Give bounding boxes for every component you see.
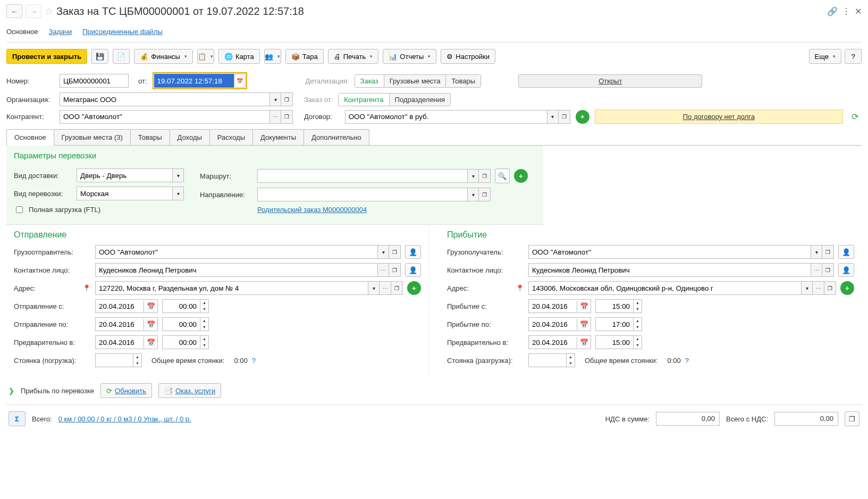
spin-up-icon[interactable]: ▲ [634,336,642,342]
people-button[interactable]: 👥 [264,49,281,64]
arr-address-field[interactable] [528,281,801,295]
spin-down-icon[interactable]: ▼ [200,324,208,331]
spin-up-icon[interactable]: ▲ [200,300,208,306]
dep-contact-open-icon[interactable]: ❐ [389,263,401,277]
receiver-open-icon[interactable]: ❐ [822,245,834,259]
receiver-dd-icon[interactable]: ▾ [811,245,822,259]
org-field[interactable] [60,92,269,106]
dep-address-select-icon[interactable]: ⋯ [380,281,391,295]
dep-park-input[interactable] [96,354,133,367]
spin-up-icon[interactable]: ▲ [634,318,642,324]
dep-contact-field[interactable] [95,263,377,277]
forward-button[interactable]: → [26,4,41,18]
number-field[interactable] [60,74,129,88]
expand-icon[interactable]: ❯ [9,387,14,395]
mtab-expense[interactable]: Расходы [209,129,253,145]
receiver-field[interactable] [528,245,811,259]
spin-down-icon[interactable]: ▼ [133,360,141,367]
dep-address-add-button[interactable]: + [407,281,421,295]
back-button[interactable]: ← [6,4,22,18]
contract-field[interactable] [345,110,547,124]
calendar-icon[interactable]: 📅 [577,319,591,330]
reports-button[interactable]: 📊Отчеты [383,49,436,64]
refresh-debt-icon[interactable]: ⟳ [848,112,862,122]
direction-dd-icon[interactable]: ▾ [467,188,479,201]
sender-person-button[interactable]: 👤 [405,245,421,259]
calendar-icon[interactable]: 📅 [577,301,591,312]
more-button[interactable]: Еще [809,49,841,64]
direction-field[interactable] [257,188,467,201]
receiver-person-button[interactable]: 👤 [838,245,854,259]
favorite-icon[interactable]: ☆ [45,5,53,17]
sender-field[interactable] [95,245,377,259]
dep-to-time-input[interactable] [163,318,200,331]
sender-open-icon[interactable]: ❐ [389,245,401,259]
spin-down-icon[interactable]: ▼ [634,342,642,349]
spin-down-icon[interactable]: ▼ [567,360,575,367]
refresh-button[interactable]: ⟳Обновить [100,383,152,398]
calendar-icon[interactable]: 📅 [144,319,157,330]
map-button[interactable]: 🌐Карта [218,49,260,64]
dep-address-dd-icon[interactable]: ▾ [368,281,380,295]
arr-prelim-time-input[interactable] [596,336,633,349]
print-button[interactable]: 🖨Печать [328,49,379,64]
help-icon[interactable]: ? [685,357,689,365]
tab-tasks[interactable]: Задачи [49,28,72,36]
date-field[interactable] [154,74,234,88]
parent-order-link[interactable]: Родительский заказ М0000000004 [257,206,367,214]
services-button[interactable]: 📑Оказ. услуги [158,383,221,398]
arr-contact-person-button[interactable]: 👤 [838,263,854,277]
dep-prelim-date-input[interactable] [96,336,144,349]
sender-dd-icon[interactable]: ▾ [377,245,389,259]
transport-type-dd-icon[interactable]: ▾ [172,187,184,200]
spin-down-icon[interactable]: ▼ [634,324,642,331]
calendar-icon[interactable]: 📅 [234,74,246,88]
help-icon[interactable]: ? [252,357,256,365]
route-open-icon[interactable]: ❐ [479,169,491,183]
expand-totals-button[interactable]: ❐ [845,411,859,426]
dep-contact-person-button[interactable]: 👤 [405,263,421,277]
detail-goods[interactable]: Товары [446,75,481,87]
dep-from-date-input[interactable] [96,300,144,312]
delivery-type-dd-icon[interactable]: ▾ [172,168,184,182]
dep-address-field[interactable] [95,281,368,295]
org-dropdown-icon[interactable]: ▾ [269,92,281,106]
spin-down-icon[interactable]: ▼ [634,306,642,312]
calendar-icon[interactable]: 📅 [577,337,591,348]
spin-up-icon[interactable]: ▲ [200,318,208,324]
transport-type-field[interactable] [77,187,172,200]
total-link[interactable]: 0 км / 00:00 / 0 кг / 0 м3 / 0 Упак., шт… [58,415,191,423]
help-button[interactable]: ? [845,49,862,64]
spin-up-icon[interactable]: ▲ [634,300,642,306]
finance-button[interactable]: 💰Финансы [134,49,193,64]
arr-from-date-input[interactable] [529,300,577,312]
save-button[interactable]: 💾 [91,49,108,64]
arr-address-select-icon[interactable]: ⋯ [813,281,824,295]
spin-up-icon[interactable]: ▲ [200,336,208,342]
from-contragent[interactable]: Контрагента [339,94,389,106]
contract-open-icon[interactable]: ❐ [559,110,570,124]
settings-button[interactable]: ⚙Настройки [441,49,495,64]
arr-from-time-input[interactable] [596,300,633,312]
arr-address-add-button[interactable]: + [840,281,854,295]
arr-park-input[interactable] [529,354,566,367]
route-field[interactable] [257,169,467,183]
org-open-icon[interactable]: ❐ [281,92,293,106]
arr-contact-select-icon[interactable]: ⋯ [811,263,822,277]
sigma-button[interactable]: Σ [9,411,26,426]
add-contract-button[interactable]: + [576,110,589,124]
dep-contact-select-icon[interactable]: ⋯ [377,263,389,277]
mtab-goods[interactable]: Товары [130,129,170,145]
tara-button[interactable]: 📦Тара [285,49,324,64]
spin-down-icon[interactable]: ▼ [200,306,208,312]
calendar-icon[interactable]: 📅 [144,337,157,348]
dep-from-time-input[interactable] [163,300,200,312]
dep-prelim-time-input[interactable] [163,336,200,349]
calendar-icon[interactable]: 📅 [144,301,157,312]
contr-field[interactable] [60,110,269,124]
post-button[interactable]: 📄 [113,49,130,64]
route-dd-icon[interactable]: ▾ [467,169,479,183]
create-based-button[interactable]: 📋 [197,49,214,64]
arr-prelim-date-input[interactable] [529,336,577,349]
route-search-button[interactable]: 🔍 [495,168,510,183]
